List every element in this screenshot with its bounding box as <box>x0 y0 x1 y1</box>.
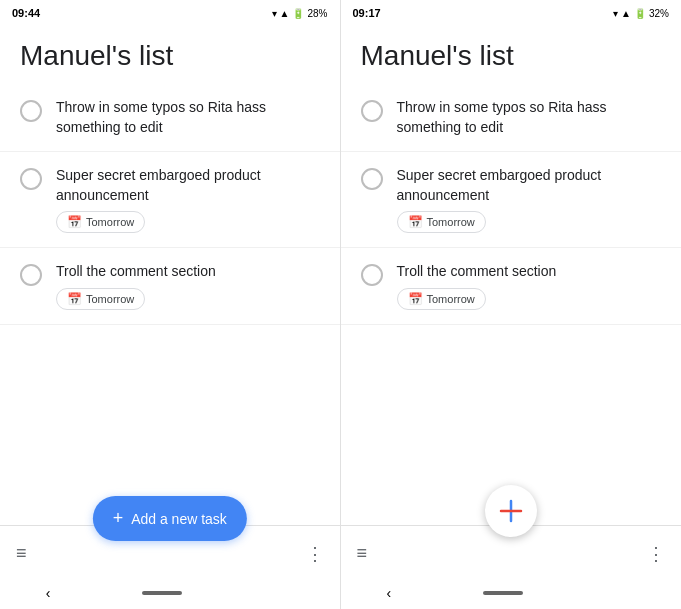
battery-icon-right: 🔋 <box>634 8 646 19</box>
task-item[interactable]: Throw in some typos so Rita hass somethi… <box>341 84 682 152</box>
chip-label: Tomorrow <box>427 216 475 228</box>
task-text: Super secret embargoed product announcem… <box>397 166 662 205</box>
task-item[interactable]: Troll the comment section 📅 Tomorrow <box>341 248 682 325</box>
status-bar-right: 09:17 ▾ ▲ 🔋 32% <box>341 0 682 24</box>
task-checkbox[interactable] <box>20 168 42 190</box>
calendar-icon: 📅 <box>67 215 82 229</box>
chip-label: Tomorrow <box>427 293 475 305</box>
nav-home-indicator-right[interactable] <box>483 591 523 595</box>
chip-label: Tomorrow <box>86 293 134 305</box>
add-task-button[interactable]: + Add a new task <box>93 496 247 541</box>
task-checkbox[interactable] <box>361 100 383 122</box>
status-time-right: 09:17 <box>353 7 381 19</box>
task-content: Troll the comment section 📅 Tomorrow <box>56 262 320 310</box>
app-title-left: Manuel's list <box>0 24 340 84</box>
task-item[interactable]: Troll the comment section 📅 Tomorrow <box>0 248 340 325</box>
task-item[interactable]: Super secret embargoed product announcem… <box>341 152 682 248</box>
task-text: Troll the comment section <box>56 262 320 282</box>
wifi-icon-right: ▾ <box>613 8 618 19</box>
nav-back-right[interactable]: ‹ <box>386 585 391 601</box>
task-content: Throw in some typos so Rita hass somethi… <box>397 98 662 137</box>
task-chip[interactable]: 📅 Tomorrow <box>397 211 486 233</box>
task-content: Throw in some typos so Rita hass somethi… <box>56 98 320 137</box>
signal-icon-left: ▲ <box>280 8 290 19</box>
right-phone-panel: 09:17 ▾ ▲ 🔋 32% Manuel's list Throw in s… <box>341 0 682 609</box>
more-icon-right[interactable]: ⋮ <box>647 543 665 565</box>
fab-plus-icon <box>497 497 525 525</box>
status-time-left: 09:44 <box>12 7 40 19</box>
add-task-label: Add a new task <box>131 511 227 527</box>
wifi-icon-left: ▾ <box>272 8 277 19</box>
task-checkbox[interactable] <box>20 100 42 122</box>
nav-home-indicator-left[interactable] <box>142 591 182 595</box>
task-text: Throw in some typos so Rita hass somethi… <box>397 98 662 137</box>
battery-text-right: 32% <box>649 8 669 19</box>
battery-icon-left: 🔋 <box>292 8 304 19</box>
task-checkbox[interactable] <box>20 264 42 286</box>
status-bar-left: 09:44 ▾ ▲ 🔋 28% <box>0 0 340 24</box>
menu-icon-right[interactable]: ≡ <box>357 543 368 564</box>
nav-back-left[interactable]: ‹ <box>46 585 51 601</box>
task-list-right: Throw in some typos so Rita hass somethi… <box>341 84 682 525</box>
task-checkbox[interactable] <box>361 264 383 286</box>
app-title-right: Manuel's list <box>341 24 682 84</box>
task-content: Troll the comment section 📅 Tomorrow <box>397 262 662 310</box>
chip-label: Tomorrow <box>86 216 134 228</box>
plus-icon: + <box>113 508 124 529</box>
task-content: Super secret embargoed product announcem… <box>397 166 662 233</box>
task-text: Troll the comment section <box>397 262 662 282</box>
task-list-left: Throw in some typos so Rita hass somethi… <box>0 84 340 525</box>
nav-bar-left: ‹ <box>0 581 340 609</box>
calendar-icon: 📅 <box>408 292 423 306</box>
menu-icon-left[interactable]: ≡ <box>16 543 27 564</box>
task-item[interactable]: Throw in some typos so Rita hass somethi… <box>0 84 340 152</box>
calendar-icon: 📅 <box>67 292 82 306</box>
left-phone-panel: 09:44 ▾ ▲ 🔋 28% Manuel's list Throw in s… <box>0 0 341 609</box>
calendar-icon: 📅 <box>408 215 423 229</box>
battery-text-left: 28% <box>307 8 327 19</box>
task-text: Super secret embargoed product announcem… <box>56 166 320 205</box>
task-content: Super secret embargoed product announcem… <box>56 166 320 233</box>
task-checkbox[interactable] <box>361 168 383 190</box>
status-icons-right: ▾ ▲ 🔋 32% <box>613 8 669 19</box>
task-item[interactable]: Super secret embargoed product announcem… <box>0 152 340 248</box>
signal-icon-right: ▲ <box>621 8 631 19</box>
task-chip[interactable]: 📅 Tomorrow <box>56 288 145 310</box>
more-icon-left[interactable]: ⋮ <box>306 543 324 565</box>
nav-bar-right: ‹ <box>341 581 682 609</box>
status-icons-left: ▾ ▲ 🔋 28% <box>272 8 328 19</box>
fab-button[interactable] <box>485 485 537 537</box>
task-chip[interactable]: 📅 Tomorrow <box>56 211 145 233</box>
task-chip[interactable]: 📅 Tomorrow <box>397 288 486 310</box>
task-text: Throw in some typos so Rita hass somethi… <box>56 98 320 137</box>
